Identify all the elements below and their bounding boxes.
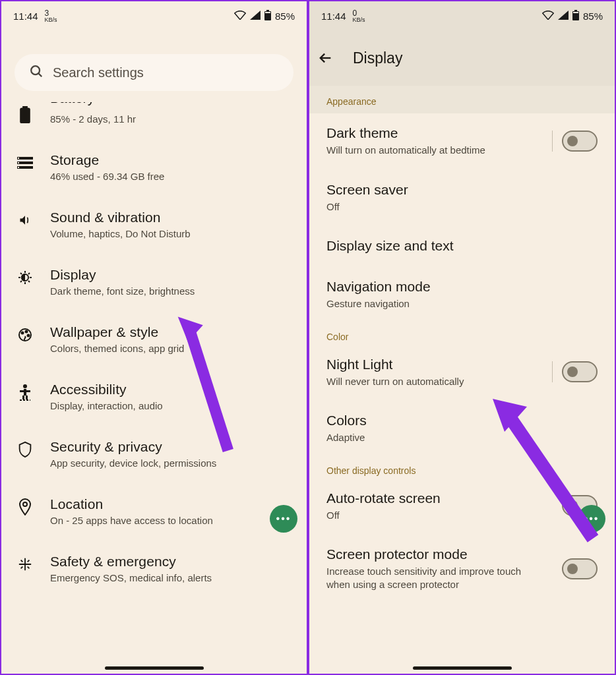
search-icon bbox=[29, 64, 44, 81]
display-settings-screen: 11:44 0 KB/s 85% Display AppearanceDark … bbox=[308, 0, 616, 675]
wifi-icon bbox=[234, 11, 246, 22]
search-settings-bar[interactable]: Search settings bbox=[15, 54, 293, 91]
svg-rect-7 bbox=[17, 157, 33, 160]
signal-icon bbox=[558, 11, 569, 22]
settings-item-battery[interactable]: Battery85% - 2 days, 11 hr bbox=[16, 100, 292, 139]
settings-item-icon bbox=[16, 268, 34, 287]
wifi-icon bbox=[542, 11, 554, 22]
svg-point-3 bbox=[31, 66, 40, 74]
settings-item-accessibility[interactable]: AccessibilityDisplay, interaction, audio bbox=[16, 368, 292, 426]
svg-point-24 bbox=[23, 502, 27, 506]
status-time: 11:44 bbox=[321, 11, 346, 22]
svg-rect-22 bbox=[26, 396, 28, 399]
svg-rect-27 bbox=[573, 12, 578, 13]
setting-auto-rotate-screen[interactable]: Auto-rotate screenOff bbox=[309, 479, 615, 535]
settings-item-display[interactable]: DisplayDark theme, font size, brightness bbox=[16, 254, 292, 311]
setting-night-light[interactable]: Night LightWill never turn on automatica… bbox=[309, 345, 615, 401]
settings-item-sound-vibration[interactable]: Sound & vibrationVolume, haptics, Do Not… bbox=[16, 196, 292, 254]
nav-pill[interactable] bbox=[105, 666, 204, 670]
settings-item-icon bbox=[16, 154, 34, 172]
settings-item-icon bbox=[16, 211, 34, 229]
settings-item-security-privacy[interactable]: Security & privacyApp security, device l… bbox=[16, 426, 292, 483]
svg-rect-11 bbox=[18, 162, 19, 163]
status-time: 11:44 bbox=[13, 11, 38, 22]
settings-main-screen: 11:44 3 KB/s 85% Search settings Battery… bbox=[0, 0, 308, 675]
svg-rect-6 bbox=[22, 106, 28, 109]
svg-rect-26 bbox=[574, 10, 577, 11]
battery-icon bbox=[572, 10, 579, 22]
status-speed: 0 KB/s bbox=[353, 9, 365, 23]
svg-point-18 bbox=[23, 384, 27, 388]
svg-rect-20 bbox=[20, 390, 30, 392]
status-battery-pct: 85% bbox=[583, 11, 603, 22]
toggle-switch[interactable] bbox=[562, 558, 598, 579]
settings-list: Battery85% - 2 days, 11 hrStorage46% use… bbox=[1, 100, 307, 598]
setting-navigation-mode[interactable]: Navigation modeGesture navigation bbox=[309, 267, 615, 324]
page-title: Display bbox=[353, 49, 402, 67]
svg-rect-12 bbox=[18, 167, 19, 168]
settings-item-wallpaper-style[interactable]: Wallpaper & styleColors, themed icons, a… bbox=[16, 311, 292, 368]
setting-screen-protector-mode[interactable]: Screen protector modeIncrease touch sens… bbox=[309, 535, 615, 604]
svg-point-16 bbox=[26, 331, 28, 333]
signal-icon bbox=[250, 11, 261, 22]
svg-rect-1 bbox=[266, 10, 269, 11]
back-button[interactable] bbox=[316, 51, 336, 65]
setting-display-size-and-text[interactable]: Display size and text bbox=[309, 226, 615, 267]
svg-rect-5 bbox=[20, 108, 30, 123]
settings-item-icon bbox=[16, 383, 34, 401]
settings-item-storage[interactable]: Storage46% used - 69.34 GB free bbox=[16, 139, 292, 196]
status-bar: 11:44 3 KB/s 85% bbox=[1, 1, 307, 30]
status-bar: 11:44 0 KB/s 85% bbox=[309, 1, 615, 30]
status-speed: 3 KB/s bbox=[45, 9, 57, 23]
app-bar: Display bbox=[309, 30, 615, 86]
svg-rect-2 bbox=[265, 12, 270, 13]
section-header: Other display controls bbox=[309, 457, 615, 479]
svg-rect-8 bbox=[17, 161, 33, 164]
setting-colors[interactable]: ColorsAdaptive bbox=[309, 401, 615, 457]
battery-icon bbox=[264, 10, 271, 22]
toggle-switch[interactable] bbox=[562, 131, 598, 152]
fab-button[interactable]: ••• bbox=[578, 505, 605, 533]
settings-item-icon bbox=[16, 440, 34, 459]
fab-button[interactable]: ••• bbox=[270, 505, 297, 533]
nav-pill[interactable] bbox=[413, 666, 512, 670]
settings-item-safety-emergency[interactable]: Safety & emergencyEmergency SOS, medical… bbox=[16, 541, 292, 598]
settings-item-location[interactable]: LocationOn - 25 apps have access to loca… bbox=[16, 483, 292, 541]
settings-item-icon bbox=[16, 555, 34, 573]
svg-rect-10 bbox=[18, 158, 19, 159]
settings-item-icon bbox=[16, 498, 34, 516]
search-placeholder: Search settings bbox=[53, 65, 144, 80]
status-battery-pct: 85% bbox=[275, 11, 295, 22]
svg-rect-21 bbox=[22, 396, 24, 399]
svg-point-17 bbox=[28, 335, 30, 337]
setting-screen-saver[interactable]: Screen saverOff bbox=[309, 170, 615, 227]
separator bbox=[552, 361, 553, 382]
settings-item-icon bbox=[16, 105, 34, 124]
section-header: Appearance bbox=[309, 86, 615, 113]
svg-rect-9 bbox=[17, 166, 33, 169]
section-header: Color bbox=[309, 324, 615, 345]
settings-item-icon bbox=[16, 326, 34, 344]
svg-line-4 bbox=[39, 74, 42, 77]
svg-point-15 bbox=[22, 332, 24, 334]
toggle-switch[interactable] bbox=[562, 361, 598, 382]
setting-dark-theme[interactable]: Dark themeWill turn on automatically at … bbox=[309, 113, 615, 170]
separator bbox=[552, 131, 553, 152]
